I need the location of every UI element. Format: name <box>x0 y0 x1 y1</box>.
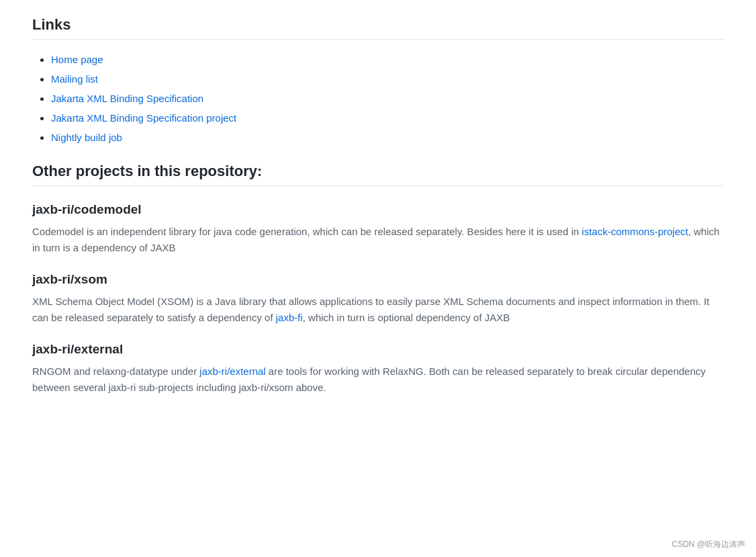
links-list: Home page Mailing list Jakarta XML Bindi… <box>32 50 724 146</box>
list-item: Nightly build job <box>51 128 724 146</box>
project-codemodel: jaxb-ri/codemodel Codemodel is an indepe… <box>32 202 724 256</box>
links-divider <box>32 39 724 40</box>
watermark: CSDN @听海边涛声 <box>671 539 745 550</box>
other-projects-section: Other projects in this repository: jaxb-… <box>32 163 724 396</box>
home-page-link[interactable]: Home page <box>51 54 103 65</box>
list-item: Home page <box>51 50 724 69</box>
nightly-build-job-link[interactable]: Nightly build job <box>51 132 122 143</box>
jakarta-xml-spec-project-link[interactable]: Jakarta XML Binding Specification projec… <box>51 112 236 124</box>
xsom-description: XML Schema Object Model (XSOM) is a Java… <box>32 294 724 326</box>
list-item: Jakarta XML Binding Specification projec… <box>51 109 724 127</box>
external-description: RNGOM and relaxng-datatype under jaxb-ri… <box>32 363 724 396</box>
project-external: jaxb-ri/external RNGOM and relaxng-datat… <box>32 342 724 396</box>
external-desc-text1: RNGOM and relaxng-datatype under <box>32 366 199 377</box>
xsom-title: jaxb-ri/xsom <box>32 272 724 287</box>
xsom-desc-text2: , which in turn is optional dependency o… <box>303 312 510 323</box>
other-projects-title: Other projects in this repository: <box>32 163 724 180</box>
main-container: Links Home page Mailing list Jakarta XML… <box>0 0 756 433</box>
jakarta-xml-spec-link[interactable]: Jakarta XML Binding Specification <box>51 93 203 104</box>
jaxb-fi-link[interactable]: jaxb-fi <box>276 312 303 323</box>
jaxb-ri-external-link[interactable]: jaxb-ri/external <box>199 366 265 377</box>
project-xsom: jaxb-ri/xsom XML Schema Object Model (XS… <box>32 272 724 326</box>
mailing-list-link[interactable]: Mailing list <box>51 73 98 85</box>
codemodel-description: Codemodel is an independent library for … <box>32 224 724 256</box>
list-item: Mailing list <box>51 70 724 88</box>
external-title: jaxb-ri/external <box>32 342 724 357</box>
codemodel-title: jaxb-ri/codemodel <box>32 202 724 217</box>
other-projects-divider <box>32 185 724 186</box>
istack-commons-link[interactable]: istack-commons-project <box>582 226 688 237</box>
links-section: Links Home page Mailing list Jakarta XML… <box>32 16 724 146</box>
links-title: Links <box>32 16 724 34</box>
list-item: Jakarta XML Binding Specification <box>51 89 724 108</box>
codemodel-desc-text1: Codemodel is an independent library for … <box>32 226 582 237</box>
